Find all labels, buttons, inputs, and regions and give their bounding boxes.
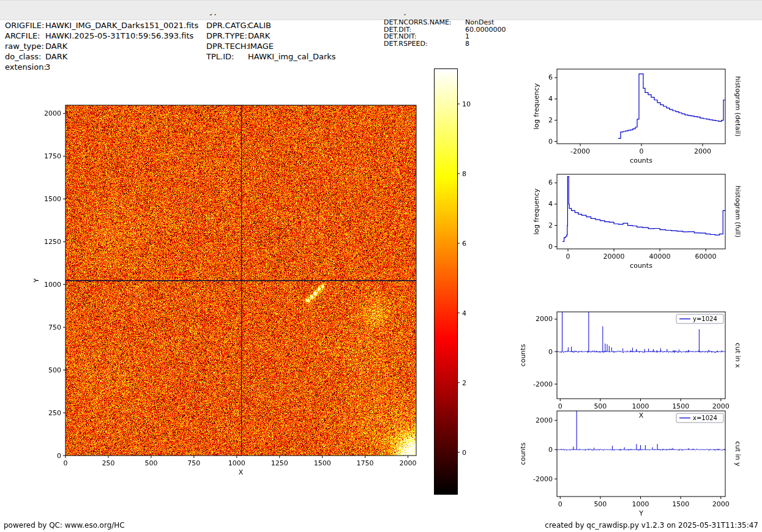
svg-text:X: X	[639, 412, 644, 419]
meta-label: TPL.ID:	[206, 51, 248, 62]
svg-text:-2000: -2000	[570, 147, 590, 155]
svg-text:0: 0	[548, 138, 553, 146]
svg-text:2000: 2000	[400, 459, 417, 467]
svg-text:1500: 1500	[44, 195, 61, 203]
svg-text:histogram (detail): histogram (detail)	[734, 76, 742, 137]
svg-text:log frequency: log frequency	[532, 83, 540, 130]
svg-text:counts: counts	[519, 344, 527, 366]
meta-value: HAWKI_IMG_DARK_Darks151_0021.fits	[45, 20, 198, 31]
svg-text:2000: 2000	[712, 500, 730, 508]
meta-label: DPR.TYPE:	[206, 31, 248, 41]
svg-text:Y: Y	[32, 278, 40, 283]
svg-text:500: 500	[594, 402, 607, 410]
svg-text:1500: 1500	[672, 402, 689, 410]
svg-text:2000: 2000	[44, 109, 61, 117]
meta-label: raw_type:	[5, 41, 45, 51]
svg-text:0: 0	[64, 459, 68, 467]
svg-text:0: 0	[640, 147, 644, 155]
meta-value: DARK	[45, 51, 67, 62]
svg-text:60000: 60000	[695, 253, 717, 260]
meta-row-tpl-id: TPL.ID:HAWKI_img_cal_Darks	[206, 51, 336, 62]
svg-text:cut in x: cut in x	[734, 343, 742, 368]
meta-row-origfile: ORIGFILE:HAWKI_IMG_DARK_Darks151_0021.fi…	[5, 20, 198, 31]
meta-row-extension: extension:3	[5, 62, 198, 72]
meta-row-arcfile: ARCFILE:HAWKI.2025-05-31T10:59:56.393.fi…	[5, 31, 198, 41]
meta-row-rspeed: DET.RSPEED:8	[384, 40, 506, 48]
meta-label: DET.RSPEED:	[384, 40, 465, 48]
svg-text:y=1024: y=1024	[693, 316, 717, 322]
svg-text:6: 6	[548, 73, 553, 81]
svg-text:0: 0	[548, 243, 553, 251]
meta-row-rawtype: raw_type:DARK	[5, 41, 198, 51]
svg-text:1750: 1750	[44, 152, 61, 160]
svg-text:10: 10	[462, 100, 471, 108]
meta-row-dpr-tech: DPR.TECH:IMAGE	[206, 41, 336, 51]
meta-label: DPR.TECH:	[206, 41, 248, 51]
meta-value: 8	[465, 40, 469, 48]
svg-text:20000: 20000	[603, 253, 625, 260]
footer-bar	[0, 0, 762, 14]
meta-label: DET.NCORRS.NAME:	[384, 19, 465, 26]
meta-value: CALIB	[248, 20, 271, 31]
svg-text:1500: 1500	[672, 500, 689, 508]
svg-text:1500: 1500	[314, 459, 331, 467]
setup-info-panel: DET.NCORRS.NAME:NonDest DET.DIT:60.00000…	[384, 19, 506, 47]
svg-text:2000: 2000	[694, 147, 711, 155]
svg-text:2000: 2000	[712, 402, 730, 410]
svg-text:4: 4	[462, 309, 466, 317]
cut-in-x-plot: 0500100015002000-200002000Xcountscut in …	[0, 0, 762, 532]
file-metadata-panel: ORIGFILE:HAWKI_IMG_DARK_Darks151_0021.fi…	[5, 20, 198, 72]
svg-text:500: 500	[144, 459, 157, 467]
meta-label: DPR.CATG:	[206, 20, 248, 31]
meta-row-doclass: do_class:DARK	[5, 51, 198, 62]
meta-value: NonDest	[465, 19, 494, 26]
svg-text:40000: 40000	[649, 253, 671, 260]
svg-text:750: 750	[48, 323, 61, 331]
svg-text:1250: 1250	[44, 238, 61, 246]
meta-value: 60.0000000	[465, 26, 506, 34]
svg-text:2: 2	[462, 379, 466, 387]
meta-label: do_class:	[5, 51, 45, 62]
svg-text:counts: counts	[630, 157, 652, 164]
svg-text:-2000: -2000	[533, 475, 553, 483]
meta-value: DARK	[248, 31, 270, 41]
svg-text:0: 0	[462, 449, 466, 457]
svg-text:8: 8	[462, 170, 466, 178]
meta-row-ndit: DET.NDIT:1	[384, 33, 506, 40]
type-info-panel: DPR.CATG:CALIB DPR.TYPE:DARK DPR.TECH:IM…	[206, 20, 336, 62]
histogram-detail-plot: -2000020000246countslog frequencyhistogr…	[0, 0, 762, 532]
svg-text:0: 0	[558, 402, 562, 410]
meta-row-dpr-catg: DPR.CATG:CALIB	[206, 20, 336, 31]
svg-text:6: 6	[462, 240, 466, 248]
meta-row-ncorrs: DET.NCORRS.NAME:NonDest	[384, 19, 506, 26]
svg-text:500: 500	[48, 366, 61, 374]
svg-text:250: 250	[48, 409, 61, 417]
colorbar-gradient	[435, 69, 457, 494]
svg-text:Y: Y	[638, 509, 643, 517]
svg-text:0: 0	[548, 446, 553, 454]
svg-text:1000: 1000	[632, 402, 649, 410]
raw-image-canvas	[65, 105, 416, 456]
footer-left-text: powered by QC: www.eso.org/HC	[4, 521, 125, 530]
meta-value: IMAGE	[248, 41, 274, 51]
svg-text:-2000: -2000	[533, 380, 553, 388]
svg-text:x=1024: x=1024	[693, 415, 717, 421]
meta-row-dpr-type: DPR.TYPE:DARK	[206, 31, 336, 41]
svg-text:1750: 1750	[357, 459, 374, 467]
svg-text:0: 0	[566, 253, 570, 260]
meta-value: 3	[45, 62, 50, 72]
svg-text:4: 4	[548, 95, 553, 103]
svg-text:250: 250	[102, 459, 114, 467]
footer-right-text: created by qc_rawdisp.py v1.2.3 on 2025-…	[545, 521, 758, 530]
meta-value: 1	[465, 33, 469, 40]
svg-text:6: 6	[548, 179, 553, 187]
meta-label: extension:	[5, 62, 45, 72]
svg-text:1000: 1000	[44, 281, 61, 289]
histogram-full-plot: 02000040000600000246countslog frequencyh…	[0, 0, 762, 532]
svg-text:0: 0	[57, 452, 61, 460]
svg-text:0: 0	[548, 348, 553, 356]
svg-text:750: 750	[187, 459, 200, 467]
cut-in-y-plot: 0500100015002000-200002000Ycountscut in …	[0, 0, 762, 532]
svg-text:1250: 1250	[271, 459, 288, 467]
svg-text:log frequency: log frequency	[532, 188, 540, 235]
